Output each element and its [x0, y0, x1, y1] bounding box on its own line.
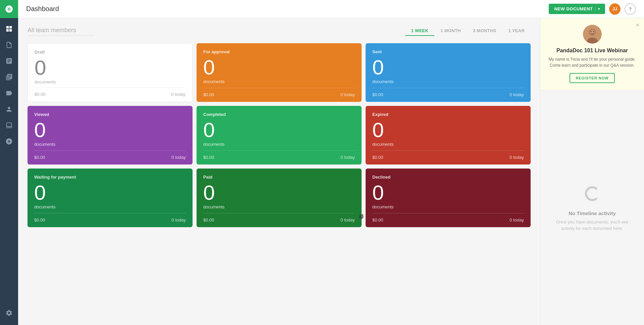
- card-draft-count: 0: [35, 57, 185, 78]
- card-draft[interactable]: Draft 0 documents $0.00 0 today: [28, 43, 193, 102]
- card-for-approval-amount: $0.00: [203, 92, 214, 97]
- card-expired-footer: $0.00 0 today: [372, 150, 524, 160]
- card-draft-footer: $0.00 0 today: [35, 87, 185, 97]
- card-draft-today: 0 today: [171, 92, 185, 97]
- card-sent-amount: $0.00: [372, 92, 383, 97]
- card-declined-today: 0 today: [509, 217, 524, 222]
- webinar-close-button[interactable]: ×: [636, 22, 639, 28]
- card-paid-title: Paid: [203, 175, 355, 180]
- webinar-description: My name is Tricia and I'll be your perso…: [547, 56, 637, 68]
- card-declined-title: Declined: [372, 175, 524, 180]
- header-actions: NEW DOCUMENT ▾ JJ ?: [549, 3, 636, 15]
- card-waiting-footer: $0.00 0 today: [34, 213, 186, 222]
- card-declined-docs-label: documents: [372, 204, 524, 209]
- timeline-title: No Timeline activity: [569, 210, 616, 216]
- period-tabs: 1 WEEK 1 MONTH 3 MONTHS 1 YEAR: [405, 26, 531, 36]
- timeline-description: Once you have documents, you'll see acti…: [550, 219, 634, 232]
- card-declined[interactable]: Declined 0 documents $0.00 0 today: [366, 169, 531, 227]
- card-completed-footer: $0.00 0 today: [203, 150, 355, 160]
- period-tab-1month[interactable]: 1 MONTH: [434, 26, 467, 36]
- card-for-approval-footer: $0.00 0 today: [203, 88, 355, 97]
- card-expired-count: 0: [372, 120, 524, 140]
- sidebar-nav: [2, 18, 16, 306]
- card-for-approval-title: For approval: [203, 49, 355, 54]
- card-viewed-title: Viewed: [34, 112, 186, 117]
- svg-point-5: [593, 31, 594, 32]
- sidebar-item-contacts[interactable]: [2, 102, 16, 117]
- card-viewed-amount: $0.00: [34, 155, 45, 160]
- sidebar-item-dashboard[interactable]: [2, 21, 16, 36]
- new-document-button[interactable]: NEW DOCUMENT ▾: [549, 4, 605, 14]
- card-expired-docs-label: documents: [372, 142, 524, 147]
- svg-point-4: [590, 31, 591, 32]
- card-for-approval-docs-label: documents: [203, 79, 355, 84]
- filters-row: All team members 1 WEEK 1 MONTH 3 MONTHS…: [28, 26, 531, 36]
- main-area: Dashboard NEW DOCUMENT ▾ JJ ? All team m…: [18, 0, 644, 325]
- card-completed-docs-label: documents: [203, 142, 355, 147]
- timeline-icon: [582, 184, 602, 205]
- card-for-approval[interactable]: For approval 0 documents $0.00 0 today: [197, 43, 362, 102]
- card-sent-footer: $0.00 0 today: [372, 88, 524, 97]
- card-completed-title: Completed: [203, 112, 355, 117]
- card-waiting-docs-label: documents: [34, 204, 186, 209]
- period-tab-1year[interactable]: 1 YEAR: [502, 26, 531, 36]
- card-draft-docs-label: documents: [35, 79, 185, 84]
- help-button[interactable]: ?: [625, 3, 636, 15]
- card-waiting-today: 0 today: [171, 217, 186, 222]
- right-panel: × PandaDoc 101 Live Webinar My name is T…: [540, 18, 644, 325]
- period-tab-1week[interactable]: 1 WEEK: [405, 26, 435, 36]
- new-document-chevron[interactable]: ▾: [595, 7, 600, 11]
- card-expired-amount: $0.00: [372, 155, 383, 160]
- webinar-title: PandaDoc 101 Live Webinar: [547, 48, 637, 54]
- sidebar-item-inbox[interactable]: [2, 118, 16, 133]
- sidebar: [0, 0, 18, 325]
- card-waiting-title: Waiting for payment: [34, 175, 186, 180]
- sidebar-item-templates[interactable]: [2, 54, 16, 68]
- sidebar-item-documents[interactable]: [2, 38, 16, 52]
- user-avatar-button[interactable]: JJ: [609, 3, 621, 15]
- card-viewed-footer: $0.00 0 today: [34, 150, 186, 160]
- card-paid-docs-label: documents: [203, 204, 355, 209]
- card-paid-today: 0 today: [340, 217, 355, 222]
- card-sent[interactable]: Sent 0 documents $0.00 0 today: [366, 43, 531, 102]
- new-document-label: NEW DOCUMENT: [554, 6, 593, 11]
- header: Dashboard NEW DOCUMENT ▾ JJ ?: [18, 0, 644, 18]
- stats-grid: Draft 0 documents $0.00 0 today For appr…: [28, 43, 531, 227]
- register-now-button[interactable]: REGISTER NOW: [570, 73, 614, 83]
- card-paid-amount: $0.00: [203, 217, 214, 222]
- webinar-avatar: [583, 25, 602, 44]
- card-declined-footer: $0.00 0 today: [372, 213, 524, 222]
- card-waiting-amount: $0.00: [34, 217, 45, 222]
- card-waiting-count: 0: [34, 182, 186, 203]
- card-viewed-count: 0: [34, 120, 186, 140]
- timeline-section: No Timeline activity Once you have docum…: [540, 90, 644, 325]
- card-viewed-today: 0 today: [171, 155, 186, 160]
- card-viewed-docs-label: documents: [34, 142, 186, 147]
- card-waiting[interactable]: Waiting for payment 0 documents $0.00 0 …: [28, 169, 193, 227]
- card-draft-amount: $0.00: [35, 92, 46, 97]
- card-paid[interactable]: Paid 0 documents $0.00 0 today: [197, 169, 362, 227]
- card-paid-footer: $0.00 0 today: [203, 213, 355, 222]
- card-completed[interactable]: Completed 0 documents $0.00 0 today: [197, 106, 362, 165]
- card-declined-count: 0: [372, 182, 524, 203]
- sidebar-item-settings[interactable]: [2, 306, 16, 320]
- period-tab-3months[interactable]: 3 MONTHS: [467, 26, 502, 36]
- sidebar-item-catalog[interactable]: [2, 70, 16, 84]
- sidebar-item-integrations[interactable]: [2, 134, 16, 149]
- content-area: All team members 1 WEEK 1 MONTH 3 MONTHS…: [18, 18, 644, 325]
- card-declined-amount: $0.00: [372, 217, 383, 222]
- card-sent-title: Sent: [372, 49, 524, 54]
- card-sent-today: 0 today: [509, 92, 524, 97]
- sidebar-item-labels[interactable]: [2, 86, 16, 101]
- card-viewed[interactable]: Viewed 0 documents $0.00 0 today: [28, 106, 193, 165]
- page-title: Dashboard: [26, 5, 549, 13]
- webinar-card: × PandaDoc 101 Live Webinar My name is T…: [540, 18, 644, 90]
- card-sent-docs-label: documents: [372, 79, 524, 84]
- card-for-approval-count: 0: [203, 57, 355, 78]
- team-filter[interactable]: All team members: [28, 27, 95, 36]
- card-paid-count: 0: [203, 182, 355, 203]
- card-for-approval-today: 0 today: [340, 92, 355, 97]
- card-completed-amount: $0.00: [203, 155, 214, 160]
- card-expired[interactable]: Expired 0 documents $0.00 0 today: [366, 106, 531, 165]
- app-logo[interactable]: [0, 0, 18, 18]
